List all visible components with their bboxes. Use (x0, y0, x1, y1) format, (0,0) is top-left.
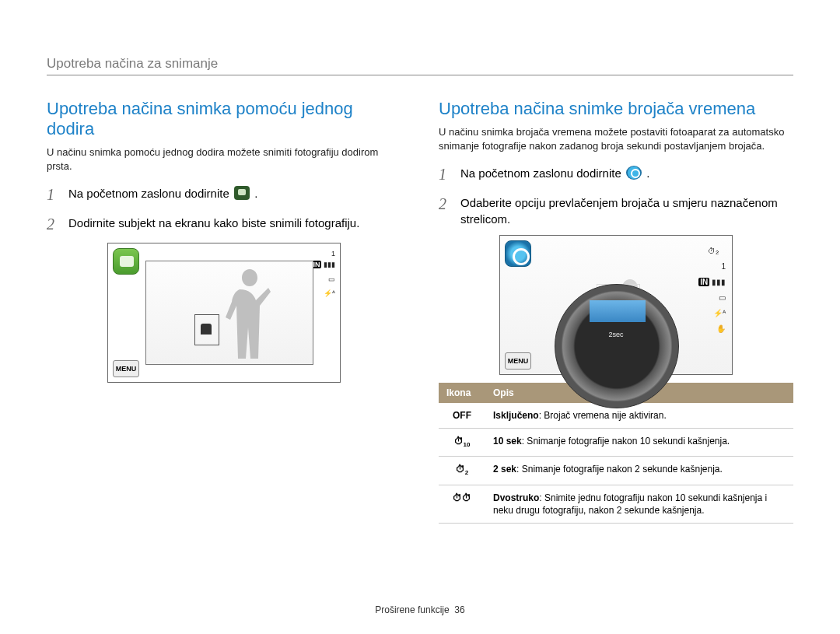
right-column: Upotreba načina snimke brojača vremena U… (439, 99, 793, 524)
left-step-2: 2 Dodirnite subjekt na ekranu kako biste… (47, 213, 401, 235)
dial-selected-label: 2sec (608, 331, 623, 338)
table-row: ⏱1010 sek: Snimanje fotografije nakon 10… (439, 429, 793, 457)
subject-silhouette-icon (222, 264, 277, 364)
step-number: 2 (439, 193, 453, 215)
intro-left: U načinu snimka pomoću jednog dodira mož… (47, 145, 401, 173)
size-icon: ▭ (698, 290, 726, 306)
step-number: 1 (47, 184, 61, 205)
table-desc-cell: 10 sek: Snimanje fotografije nakon 10 se… (485, 429, 793, 457)
timer-double-icon: ⏱⏱ (453, 492, 471, 504)
table-row: ⏱22 sek: Snimanje fotografije nakon 2 se… (439, 457, 793, 485)
section-title-left: Upotreba načina snimka pomoću jednog dod… (47, 99, 401, 139)
step-text-post: . (254, 187, 257, 200)
timer-mode-icon (626, 166, 642, 180)
menu-button: MENU (505, 352, 531, 370)
step-text: Na početnom zaslonu dodirnite . (68, 184, 257, 201)
one-touch-mode-icon (234, 186, 250, 200)
timer-icon: ⏱2 (456, 463, 468, 478)
camera-screen-illustration: 1 IN ▮▮▮ ▭ ⚡ᴬ MENU (107, 243, 341, 383)
divider (47, 75, 793, 75)
table-desc-cell: 2 sek: Snimanje fotografije nakon 2 seku… (485, 457, 793, 485)
table-row: ⏱⏱Dvostruko: Snimite jednu fotografiju n… (439, 485, 793, 523)
table-icon-cell: ⏱2 (439, 457, 485, 485)
step-text: Dodirnite subjekt na ekranu kako biste s… (68, 213, 359, 231)
counter: 1 (698, 259, 726, 275)
size-icon: ▭ (311, 274, 335, 285)
camera-screen-illustration: 2sec ⏱₂ 1 IN ▮▮▮ ▭ ⚡ᴬ ✋ MENU (499, 235, 733, 375)
timer-dial (555, 284, 679, 408)
left-step-1: 1 Na početnom zaslonu dodirnite . (47, 184, 401, 205)
step-number: 1 (439, 163, 453, 185)
table-icon-cell: ⏱⏱ (439, 485, 485, 523)
intro-right: U načinu snimka brojača vremena možete p… (439, 125, 793, 152)
step-text-pre: Na početnom zaslonu dodirnite (460, 166, 625, 180)
footer-section: Proširene funkcije (375, 604, 449, 615)
viewfinder (145, 261, 313, 365)
right-step-1: 1 Na početnom zaslonu dodirnite . (439, 163, 793, 185)
left-column: Upotreba načina snimka pomoću jednog dod… (47, 99, 401, 524)
timer-icon: ⏱10 (454, 435, 471, 450)
status-icons: ⏱₂ 1 IN ▮▮▮ ▭ ⚡ᴬ ✋ (698, 243, 726, 337)
stabilizer-icon: ✋ (698, 321, 726, 337)
step-number: 2 (47, 213, 61, 235)
mode-button-one-touch-icon (113, 248, 139, 275)
viewfinder: 2sec (500, 236, 732, 374)
chapter-heading: Upotreba načina za snimanje (47, 56, 793, 72)
table-icon-cell: OFF (439, 403, 485, 429)
page-footer: Proširene funkcije 36 (0, 604, 840, 615)
step-text: Odaberite opciju prevlačenjem brojača u … (460, 193, 793, 227)
table-header-icon: Ikona (439, 383, 485, 403)
flash-auto-icon: ⚡ᴬ (698, 306, 726, 321)
step-text-post: . (646, 166, 649, 180)
counter: 1 (311, 248, 335, 259)
flash-auto-icon: ⚡ᴬ (311, 288, 335, 299)
page-number: 36 (454, 604, 464, 615)
table-desc-cell: Dvostruko: Snimite jednu fotografiju nak… (485, 485, 793, 523)
touch-finger-icon (201, 324, 212, 335)
step-text: Na početnom zaslonu dodirnite . (460, 163, 649, 181)
section-title-right: Upotreba načina snimke brojača vremena (439, 99, 793, 119)
table-icon-cell: ⏱10 (439, 429, 485, 457)
step-text-pre: Na početnom zaslonu dodirnite (68, 187, 233, 200)
storage-indicator: IN (698, 278, 709, 286)
two-column-layout: Upotreba načina snimka pomoću jednog dod… (47, 99, 793, 524)
menu-button: MENU (113, 360, 139, 377)
status-icons: 1 IN ▮▮▮ ▭ ⚡ᴬ (311, 248, 335, 299)
table-desc-cell: Isključeno: Brojač vremena nije aktivira… (485, 403, 793, 429)
right-step-2: 2 Odaberite opciju prevlačenjem brojača … (439, 193, 793, 227)
mode-button-timer-icon (505, 240, 531, 267)
